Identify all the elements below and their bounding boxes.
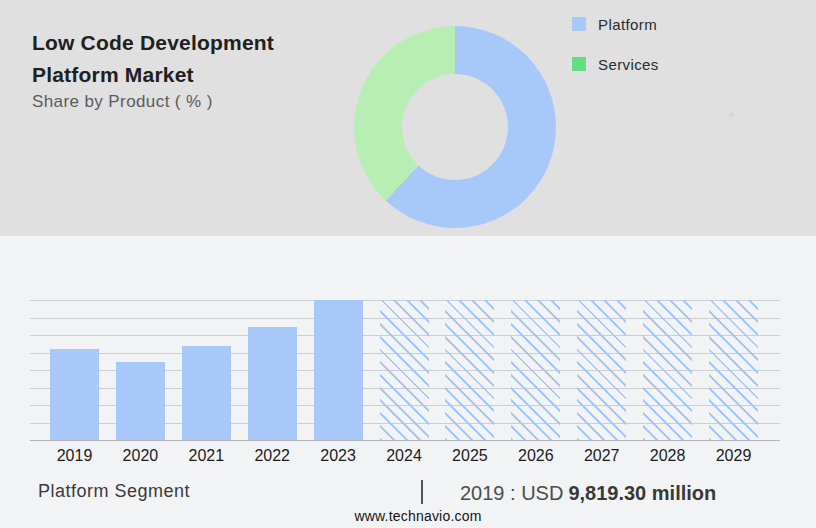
legend-label: Services: [598, 56, 659, 73]
legend-label: Platform: [598, 16, 657, 33]
bar-2025: [445, 300, 494, 440]
page-title-line2: Platform Market: [32, 59, 274, 91]
page-title: Low Code Development Platform Market: [32, 27, 274, 91]
bar-2028: [643, 300, 692, 440]
donut-hole: [402, 74, 508, 180]
x-axis-label-2024: 2024: [386, 447, 422, 465]
x-axis-label-2027: 2027: [584, 447, 620, 465]
x-axis-line: [30, 440, 780, 441]
legend-item-services: Services: [572, 53, 659, 75]
bar-chart-panel: 2019202020212022202320242025202620272028…: [0, 236, 816, 528]
x-axis-label-2028: 2028: [650, 447, 686, 465]
bar-2019: [50, 349, 99, 440]
header-panel: Low Code Development Platform Market Sha…: [0, 0, 816, 236]
infographic-canvas: Low Code Development Platform Market Sha…: [0, 0, 816, 528]
legend-swatch-services: [572, 57, 586, 71]
background-speck: [729, 112, 734, 117]
bar-2022: [248, 327, 297, 440]
bar-2021: [182, 346, 231, 440]
segment-label: Platform Segment: [38, 481, 190, 502]
known-value-line: 2019 : USD9,819.30 million: [460, 482, 716, 505]
separator-bar: [421, 480, 423, 504]
x-axis-label-2029: 2029: [716, 447, 752, 465]
bar-2020: [116, 362, 165, 440]
x-axis-label-2023: 2023: [320, 447, 356, 465]
bar-2026: [511, 300, 560, 440]
x-axis-label-2022: 2022: [254, 447, 290, 465]
x-axis-label-2026: 2026: [518, 447, 554, 465]
bar-2023: [314, 300, 363, 440]
bar-2024: [380, 300, 429, 440]
known-value-bold: 9,819.30 million: [568, 482, 716, 504]
legend-item-platform: Platform: [572, 13, 657, 35]
donut-chart: [354, 26, 556, 228]
x-axis-label-2025: 2025: [452, 447, 488, 465]
x-axis-label-2021: 2021: [189, 447, 225, 465]
bar-2029: [709, 300, 758, 440]
page-title-line1: Low Code Development: [32, 27, 274, 59]
known-value-prefix: 2019 : USD: [460, 482, 563, 504]
x-axis-label-2019: 2019: [57, 447, 93, 465]
page-subtitle: Share by Product ( % ): [32, 92, 213, 112]
website-url: www.technavio.com: [354, 508, 481, 524]
legend-swatch-platform: [572, 17, 586, 31]
x-axis-label-2020: 2020: [123, 447, 159, 465]
bar-2027: [577, 300, 626, 440]
